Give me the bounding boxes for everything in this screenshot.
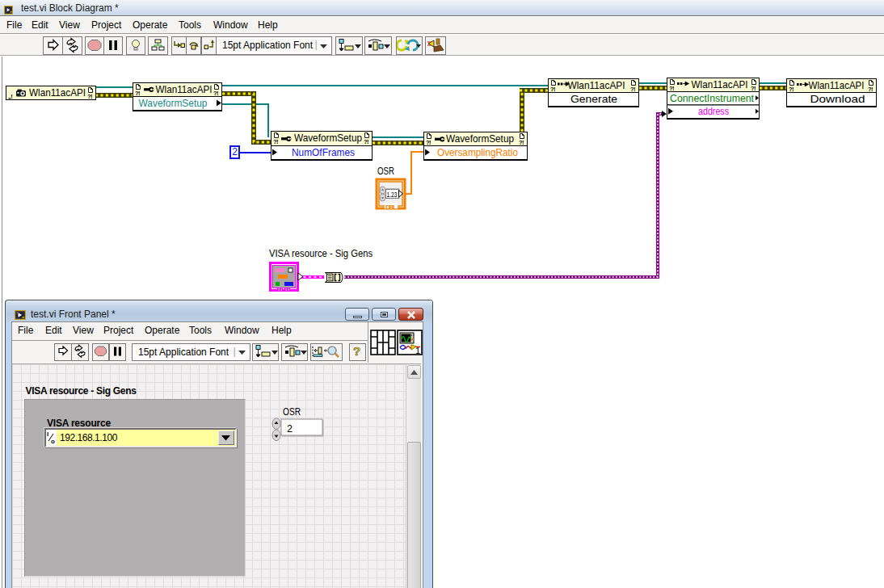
svg-text:Wlan11acAPI: Wlan11acAPI <box>809 79 865 91</box>
svg-text:?!: ?! <box>789 86 793 93</box>
svg-text:WaveformSetup: WaveformSetup <box>139 97 208 109</box>
svg-text:?!: ?! <box>519 139 524 146</box>
svg-text:Wlan11acAPI: Wlan11acAPI <box>692 78 748 90</box>
svg-text:WaveformSetup: WaveformSetup <box>446 132 514 145</box>
svg-text:Wlan11acAPI: Wlan11acAPI <box>568 79 625 91</box>
svg-text:1.23: 1.23 <box>387 190 398 199</box>
svg-text:DBL: DBL <box>385 204 397 211</box>
svg-text:?!: ?! <box>868 86 873 93</box>
svg-text:?: ? <box>353 344 360 358</box>
svg-text:?!: ?! <box>87 93 92 100</box>
svg-text:OSR: OSR <box>377 166 394 177</box>
svg-text:o: o <box>51 438 55 445</box>
svg-text:ConnectInstrument: ConnectInstrument <box>670 92 754 104</box>
svg-text:Wlan11acAPI: Wlan11acAPI <box>156 83 213 95</box>
svg-text:?!: ?! <box>630 86 635 93</box>
svg-text:I: I <box>47 430 48 438</box>
svg-text:NumOfFrames: NumOfFrames <box>292 146 355 158</box>
svg-text:?!: ?! <box>550 86 555 93</box>
svg-text:,,!: ,,! <box>8 93 12 100</box>
svg-text:?!: ?! <box>135 90 140 97</box>
svg-text:?!: ?! <box>273 138 278 145</box>
svg-text:OversamplingRatio: OversamplingRatio <box>437 146 518 158</box>
svg-text:1: 1 <box>415 346 420 355</box>
svg-text:2: 2 <box>287 423 293 435</box>
svg-text:?!: ?! <box>364 138 368 145</box>
svg-text:Download: Download <box>810 93 865 105</box>
svg-text:WaveformSetup: WaveformSetup <box>294 132 362 144</box>
svg-text:?!: ?! <box>213 90 218 97</box>
svg-text:OSR: OSR <box>283 406 301 418</box>
svg-text:?!: ?! <box>426 139 431 146</box>
svg-text:Generate: Generate <box>570 93 617 105</box>
svg-text:Wlan11acAPI: Wlan11acAPI <box>29 86 86 99</box>
svg-text:address: address <box>698 105 729 117</box>
svg-text:VISA resource - Sig Gens: VISA resource - Sig Gens <box>269 247 373 259</box>
